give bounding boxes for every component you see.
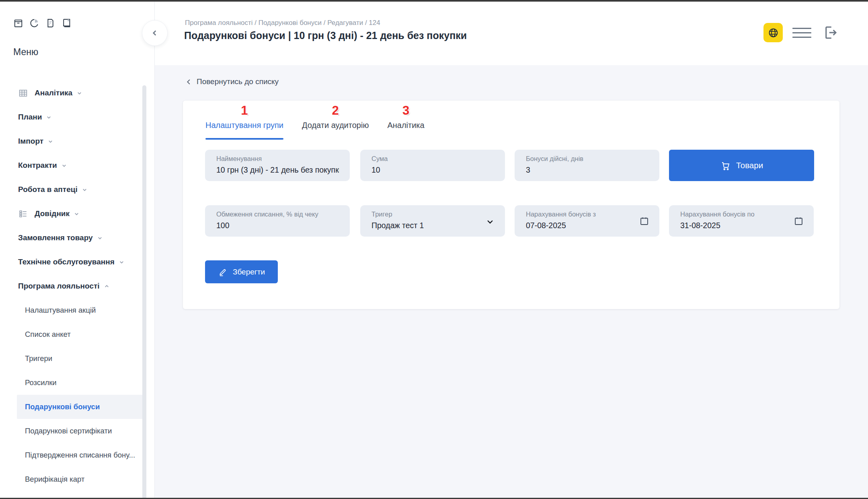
sidebar-item-maintenance[interactable]: Технічне обслуговування [0,250,154,274]
sidebar-subitem-label: Верифікація карт [25,475,84,484]
sum-field[interactable]: Сума 10 [360,150,505,181]
sidebar-subitem-label: Розсилки [25,378,57,387]
sidebar-item-pharmacy-work[interactable]: Робота в аптеці [0,177,154,202]
hamburger-line [792,37,811,38]
sidebar-item-label: Довідник [35,209,70,218]
hamburger-menu-button[interactable] [792,23,811,42]
chevron-down-icon [74,211,80,217]
hamburger-line [792,32,811,33]
writeoff-limit-field[interactable]: Обмеження списання, % від чеку 100 [205,205,350,237]
calendar-icon[interactable] [793,216,804,227]
sidebar-item-label: Імпорт [18,137,43,146]
sidebar-subitem-gift-bonuses[interactable]: Подарункові бонуси [17,395,144,419]
sidebar-subitem-writeoff-confirmation[interactable]: Підтвердження списання бону... [17,443,144,467]
edit-card: 1 Налаштування групи 2 Додати аудиторію … [183,101,839,309]
sidebar-item-import[interactable]: Імпорт [0,129,154,153]
language-button[interactable] [763,23,783,42]
pie-chart-icon[interactable] [29,18,40,29]
accrual-to-field[interactable]: Нарахування бонусів по 31-08-2025 [669,205,814,237]
sidebar-scrollbar[interactable] [142,85,146,499]
products-button[interactable]: Товари [669,150,814,181]
products-button-label: Товари [736,161,763,170]
sidebar-item-label: Плани [18,113,42,122]
chevron-down-icon [47,138,53,144]
field-label: Обмеження списання, % від чеку [216,210,339,218]
tab-add-audience[interactable]: 2 Додати аудиторію [302,120,369,131]
sidebar-subitem-mailings[interactable]: Розсилки [17,371,144,395]
back-link-label: Повернутись до списку [197,77,279,86]
chevron-down-icon [46,114,52,120]
sidebar-item-directory[interactable]: Довідник [0,202,154,226]
sidebar: Меню Аналітика Плани Імпорт Контракти [0,2,154,498]
sidebar-item-goods-order[interactable]: Замовлення товару [0,226,154,250]
sidebar-subitem-label: Налаштування акцій [25,306,96,315]
chevron-down-icon [76,90,82,96]
sidebar-item-contracts[interactable]: Контракти [0,153,154,177]
annotation-1: 1 [241,105,248,116]
back-to-list-link[interactable]: Повернутись до списку [185,77,279,86]
sidebar-nav: Аналітика Плани Імпорт Контракти Робота … [0,81,154,491]
sidebar-collapse-button[interactable] [142,20,168,46]
sidebar-menu-title: Меню [13,47,38,58]
sidebar-subitem-promo-settings[interactable]: Налаштування акцій [17,298,144,322]
field-value: 3 [526,165,649,175]
tab-analytics[interactable]: 3 Аналітика [387,120,424,131]
sidebar-item-loyalty-program[interactable]: Програма лояльності [0,274,154,298]
field-value: 10 [371,165,495,175]
sidebar-subitem-gift-certificates[interactable]: Подарункові сертифікати [17,419,144,443]
save-button[interactable]: Зберегти [205,260,278,283]
field-label: Бонуси дійсні, днів [526,155,649,163]
accrual-from-field[interactable]: Нарахування бонусів з 07-08-2025 [515,205,659,237]
book-icon[interactable] [61,18,72,29]
sidebar-item-plans[interactable]: Плани [0,105,154,129]
page-title: Подарункові бонуси | 10 грн (3 дні) - 21… [184,30,467,41]
sidebar-subitem-card-verification[interactable]: Верифікація карт [17,467,144,491]
tab-bar: 1 Налаштування групи 2 Додати аудиторію … [205,120,425,131]
window-top-border [0,0,868,2]
app-window: Меню Аналітика Плани Імпорт Контракти [0,0,868,499]
sidebar-subitem-triggers[interactable]: Тригери [17,346,144,371]
sidebar-divider [154,2,155,498]
tab-label: Додати аудиторію [302,121,369,130]
sidebar-item-label: Контракти [18,161,57,170]
field-label: Нарахування бонусів по [680,210,803,218]
sidebar-item-analytics[interactable]: Аналітика [0,81,154,105]
field-value: Продаж тест 1 [371,221,495,230]
chevron-down-icon [97,235,103,241]
document-icon[interactable] [45,18,56,29]
sidebar-subitem-label: Подарункові сертифікати [25,427,112,435]
field-value: 31-08-2025 [680,221,803,230]
chevron-up-icon [104,283,110,289]
grid-icon [18,88,28,98]
sidebar-item-label: Замовлення товару [18,233,93,242]
topbar [763,23,839,42]
edit-pencil-icon [218,267,228,277]
sidebar-header-icons [13,18,72,29]
sidebar-item-label: Програма лояльності [18,282,100,291]
tab-label: Аналітика [387,121,424,130]
sidebar-subitem-label: Список анкет [25,330,71,339]
annotation-2: 2 [332,105,339,116]
sidebar-subitem-questionnaires[interactable]: Список анкет [17,322,144,346]
calendar-icon[interactable] [639,216,650,227]
cart-icon [720,160,731,171]
logout-icon [821,24,839,41]
field-label: Нарахування бонусів з [526,210,649,218]
archive-box-icon[interactable] [13,18,24,29]
tab-group-settings[interactable]: 1 Налаштування групи [205,120,283,131]
field-value: 10 грн (3 дні) - 21 день без покупки [216,165,339,175]
field-value: 07-08-2025 [526,221,649,230]
chevron-down-icon [119,259,125,265]
field-label: Сума [371,155,495,163]
annotation-3: 3 [402,105,409,116]
hamburger-line [792,28,811,29]
logout-button[interactable] [821,23,839,42]
name-field[interactable]: Найменування 10 грн (3 дні) - 21 день бе… [205,150,350,181]
trigger-select[interactable]: Тригер Продаж тест 1 [360,205,505,237]
sidebar-subitem-label: Подарункові бонуси [25,402,100,411]
sidebar-subitem-label: Тригери [25,354,52,363]
bonus-days-field[interactable]: Бонуси дійсні, днів 3 [515,150,659,181]
chevron-down-icon [82,187,88,193]
breadcrumb: Програма лояльності / Подарункові бонуси… [185,19,380,27]
sidebar-item-label: Робота в аптеці [18,185,78,194]
